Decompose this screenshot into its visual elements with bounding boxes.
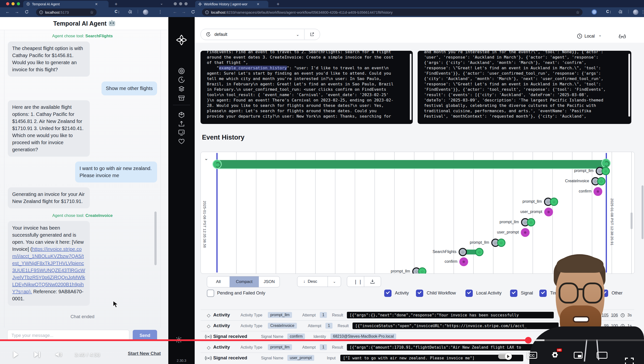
timeline-event-marker[interactable] xyxy=(418,268,426,274)
back-button[interactable]: ← xyxy=(5,9,10,14)
settings-gear-button[interactable]: HD xyxy=(551,351,559,360)
timeline-event-marker[interactable] xyxy=(497,238,506,247)
filter-checkbox-local-activity[interactable] xyxy=(466,290,473,297)
sort-order-button[interactable]: ↓ Desc ⌄ xyxy=(297,276,341,287)
event-id-links[interactable]: 105106 3s xyxy=(602,313,632,318)
password-manager-icon[interactable] xyxy=(592,9,597,15)
browser-menu-icon[interactable]: ⋮ xyxy=(158,9,162,14)
theater-mode-button[interactable] xyxy=(597,352,608,359)
next-button[interactable] xyxy=(34,351,40,358)
timeline-event-marker[interactable] xyxy=(597,177,606,186)
start-new-chat-link[interactable]: Start New Chat xyxy=(128,351,161,356)
browser-tab[interactable]: Temporal AI Agent ✕ xyxy=(23,1,108,7)
feedback-heart-nav-icon[interactable] xyxy=(178,138,185,145)
volume-icon[interactable] xyxy=(55,351,63,358)
timeline-event-marker[interactable] xyxy=(459,258,468,266)
labs-glasses-icon[interactable] xyxy=(619,33,626,39)
autoplay-toggle[interactable] xyxy=(498,354,512,359)
timeline-event-marker[interactable] xyxy=(544,208,553,216)
browser-menu-icon[interactable]: ⋮ xyxy=(641,9,644,14)
filter-checkbox-child-workflow[interactable] xyxy=(416,290,423,297)
pending-failed-only-checkbox[interactable] xyxy=(207,290,214,297)
dev-tools-nav-icon[interactable] xyxy=(178,129,185,136)
chat-input-row: Type your message... Send xyxy=(0,330,168,346)
filter-checkbox-signal[interactable] xyxy=(510,290,518,297)
timeline-event-marker[interactable] xyxy=(594,187,602,196)
zoom-window-button[interactable] xyxy=(17,2,20,5)
fullscreen-button[interactable] xyxy=(625,358,634,364)
batch-nav-icon[interactable] xyxy=(178,85,185,92)
extensions-puzzle-icon[interactable] xyxy=(127,10,132,14)
extensions-puzzle-icon[interactable] xyxy=(618,10,622,14)
open-namespace-external-icon[interactable] xyxy=(310,32,314,37)
workflow-result-code-panel[interactable]: and month you're interested in for the e… xyxy=(418,51,631,124)
download-history-icon[interactable] xyxy=(370,279,375,284)
chevron-down-icon[interactable]: ⌄ xyxy=(598,33,602,37)
filter-checkbox-activity[interactable] xyxy=(384,290,392,297)
timeline-event-label: CreateInvoice xyxy=(565,179,589,183)
view-json-tab[interactable]: JSON xyxy=(259,276,280,287)
pause-updates-icon[interactable]: ❘❘ xyxy=(354,279,363,284)
tab-search-chevron-icon[interactable]: ⌄ xyxy=(160,1,163,6)
chevron-down-icon[interactable]: ⌄ xyxy=(333,279,336,284)
right-address-bar[interactable]: localhost:8233/namespaces/default/workfl… xyxy=(202,8,582,16)
view-all-tab[interactable]: All xyxy=(207,276,230,287)
timeline-scrollbar[interactable] xyxy=(630,212,632,229)
extension-icon[interactable]: C⋮ xyxy=(606,10,612,14)
site-info-icon[interactable] xyxy=(39,10,43,14)
left-address-bar[interactable]: localhost:5173 ☆ xyxy=(36,8,96,16)
minimize-window-button[interactable] xyxy=(179,2,182,5)
forward-button[interactable]: → xyxy=(182,9,186,14)
chat-message-list[interactable]: Agent chose tool: SearchFlights The chea… xyxy=(4,30,161,328)
timeline-event-marker[interactable] xyxy=(475,248,484,256)
filter-checkbox-timer[interactable] xyxy=(539,290,547,297)
timeline-event-marker[interactable] xyxy=(521,228,530,237)
reload-button[interactable] xyxy=(191,10,196,14)
play-button[interactable] xyxy=(13,351,19,358)
import-nav-icon[interactable] xyxy=(178,120,185,127)
archive-nav-icon[interactable] xyxy=(178,94,185,102)
page-scrollbar[interactable] xyxy=(642,186,644,239)
miniplayer-button[interactable] xyxy=(574,352,582,359)
close-window-button[interactable] xyxy=(174,2,177,5)
timeline-event-marker[interactable] xyxy=(527,218,535,226)
namespace-select[interactable]: default ⌄ xyxy=(200,29,320,40)
person-glasses-bridge xyxy=(578,288,584,290)
new-tab-button[interactable]: ＋ xyxy=(114,1,118,7)
profile-avatar[interactable] xyxy=(633,10,638,15)
browser-tab[interactable]: Workflow History | agent-wor ✕ xyxy=(195,1,268,7)
captions-button[interactable]: CC xyxy=(527,352,537,359)
temporal-logo-icon xyxy=(176,34,187,46)
reload-button[interactable] xyxy=(24,10,29,14)
forward-button[interactable]: → xyxy=(15,9,19,14)
extension-icon[interactable]: C⋮ xyxy=(115,10,120,14)
back-button[interactable]: ← xyxy=(173,9,177,14)
namespaces-nav-icon[interactable] xyxy=(178,111,185,118)
timeline-event-marker[interactable] xyxy=(550,198,558,206)
close-tab-icon[interactable]: ✕ xyxy=(256,2,260,6)
timeline-event-marker[interactable] xyxy=(602,167,610,175)
invoice-link[interactable]: https://invoice.stripe.com/i/acct_1NBOLu… xyxy=(12,246,85,294)
profile-avatar[interactable] xyxy=(143,10,148,15)
chat-scrollbar[interactable] xyxy=(154,212,156,265)
timeline-event-marker[interactable] xyxy=(458,248,467,256)
minimize-window-button[interactable] xyxy=(12,2,15,5)
workflow-input-code-panel[interactable]: FindEvents: Find an event to travel to 2… xyxy=(200,51,413,124)
code-scrollbar[interactable] xyxy=(410,54,412,120)
view-compact-tab[interactable]: Compact xyxy=(230,276,259,287)
new-tab-button[interactable]: ＋ xyxy=(276,1,280,7)
schedules-nav-icon[interactable] xyxy=(178,76,185,84)
workflows-nav-icon[interactable] xyxy=(178,67,185,75)
bookmark-star-icon[interactable]: ☆ xyxy=(90,10,94,15)
site-info-icon[interactable] xyxy=(205,10,209,14)
zoom-window-button[interactable] xyxy=(184,2,188,5)
video-progress-bar[interactable] xyxy=(0,339,528,341)
hd-quality-badge: HD xyxy=(557,348,562,352)
code-scrollbar[interactable] xyxy=(628,54,630,116)
bookmark-star-icon[interactable]: ☆ xyxy=(576,10,580,15)
close-window-button[interactable] xyxy=(6,2,9,5)
sidebar-divider xyxy=(173,105,190,105)
video-scrubber-knob[interactable] xyxy=(525,337,532,344)
time-format-select[interactable]: Local xyxy=(584,34,595,39)
close-tab-icon[interactable]: ✕ xyxy=(95,2,98,6)
